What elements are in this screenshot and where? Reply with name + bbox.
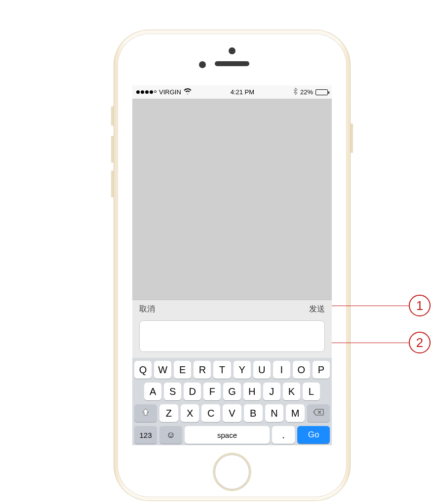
- clock-label: 4:21 PM: [231, 88, 254, 96]
- key-c[interactable]: C: [201, 404, 220, 422]
- backspace-icon: [313, 409, 324, 418]
- key-f[interactable]: F: [203, 383, 221, 400]
- callout-line-2: [332, 343, 410, 343]
- phone-frame: VIRGIN 4:21 PM 22%: [114, 30, 351, 501]
- keyboard-row-2: A S D F G H J K L: [134, 383, 330, 400]
- phone-bezel: VIRGIN 4:21 PM 22%: [118, 34, 347, 497]
- keyboard-row-3: Z X C V B N M: [134, 404, 330, 422]
- key-y[interactable]: Y: [234, 361, 251, 379]
- compose-input[interactable]: [139, 320, 325, 352]
- emoji-icon: ☺: [166, 430, 175, 440]
- key-u[interactable]: U: [253, 361, 271, 379]
- screen: VIRGIN 4:21 PM 22%: [132, 85, 332, 445]
- earpiece-icon: [215, 61, 249, 66]
- bluetooth-icon: [293, 88, 298, 96]
- key-go[interactable]: Go: [297, 426, 330, 444]
- callout-line-1: [332, 306, 410, 306]
- key-l[interactable]: L: [303, 383, 320, 400]
- side-button-power: [351, 123, 353, 153]
- key-n[interactable]: N: [265, 404, 284, 422]
- key-shift[interactable]: [134, 404, 157, 422]
- key-h[interactable]: H: [243, 383, 261, 400]
- key-g[interactable]: G: [223, 383, 240, 400]
- sensor-icon: [199, 61, 206, 68]
- battery-icon: [315, 89, 328, 95]
- carrier-label: VIRGIN: [159, 88, 181, 96]
- key-e[interactable]: E: [174, 361, 191, 379]
- side-button-mute: [111, 106, 114, 126]
- key-space[interactable]: space: [185, 426, 270, 444]
- wifi-icon: [184, 88, 192, 96]
- callout-badge-1: 1: [409, 295, 431, 316]
- key-mode-123[interactable]: 123: [134, 426, 157, 444]
- cancel-button[interactable]: 取消: [139, 304, 155, 314]
- key-m[interactable]: M: [286, 404, 305, 422]
- status-bar: VIRGIN 4:21 PM 22%: [132, 85, 332, 99]
- home-button[interactable]: [215, 455, 249, 489]
- key-backspace[interactable]: [307, 404, 330, 422]
- side-button-vol-down: [111, 170, 114, 197]
- key-x[interactable]: X: [181, 404, 199, 422]
- front-camera-icon: [229, 47, 236, 54]
- key-a[interactable]: A: [144, 383, 161, 400]
- key-o[interactable]: O: [293, 361, 310, 379]
- key-emoji[interactable]: ☺: [159, 426, 182, 444]
- send-button[interactable]: 发送: [309, 304, 325, 314]
- keyboard: Q W E R T Y U I O P A S D F G H: [132, 358, 332, 445]
- key-s[interactable]: S: [164, 383, 181, 400]
- key-b[interactable]: B: [244, 404, 263, 422]
- key-j[interactable]: J: [263, 383, 280, 400]
- key-k[interactable]: K: [283, 383, 300, 400]
- battery-pct-label: 22%: [300, 88, 313, 96]
- shift-icon: [141, 408, 150, 419]
- key-r[interactable]: R: [194, 361, 211, 379]
- key-w[interactable]: W: [154, 361, 171, 379]
- key-z[interactable]: Z: [159, 404, 178, 422]
- key-v[interactable]: V: [223, 404, 241, 422]
- key-dot[interactable]: .: [272, 426, 295, 444]
- signal-dots-icon: [136, 90, 157, 94]
- keyboard-row-1: Q W E R T Y U I O P: [134, 361, 330, 379]
- side-button-vol-up: [111, 136, 114, 163]
- key-p[interactable]: P: [313, 361, 330, 379]
- callout-badge-2: 2: [409, 332, 431, 353]
- compose-panel: 取消 发送: [132, 300, 332, 358]
- key-t[interactable]: T: [213, 361, 231, 379]
- key-i[interactable]: I: [273, 361, 290, 379]
- key-q[interactable]: Q: [134, 361, 152, 379]
- keyboard-row-4: 123 ☺ space . Go: [134, 426, 330, 444]
- key-d[interactable]: D: [184, 383, 201, 400]
